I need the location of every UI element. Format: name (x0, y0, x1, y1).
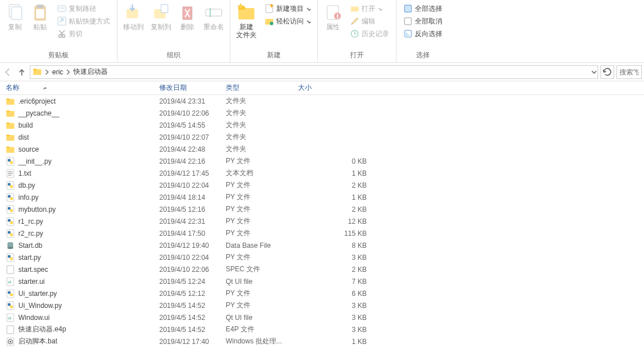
file-type-cell: 文件夹 (220, 144, 292, 154)
copy-path-button[interactable]: 复制路径 (55, 2, 112, 15)
file-type-cell: 文件夹 (220, 120, 292, 130)
file-row[interactable]: mybutton.py2019/4/5 12:16PY 文件2 KB (0, 203, 644, 215)
file-row[interactable]: build2019/4/5 14:55文件夹 (0, 119, 644, 131)
file-size-cell: 1 KB (292, 338, 378, 346)
file-name-label: Window.ui (18, 314, 50, 322)
easy-access-icon (265, 17, 274, 26)
ribbon-group-clipboard: 复制 粘贴 复制路径 粘贴快捷方式 剪切 剪 (0, 0, 117, 62)
move-to-button[interactable]: 移动到 (120, 1, 147, 31)
file-type-cell: Windows 批处理... (220, 337, 292, 346)
properties-button[interactable]: 属性 (320, 1, 345, 31)
breadcrumb-item[interactable]: eric (50, 66, 65, 78)
file-size-cell: 3 KB (292, 254, 378, 262)
file-type-cell: PY 文件 (220, 252, 292, 262)
file-name-label: Ui_Window.py (18, 302, 62, 310)
refresh-button[interactable] (600, 65, 614, 79)
file-row[interactable]: info.py2019/4/4 18:14PY 文件1 KB (0, 191, 644, 203)
file-size-cell: 2 KB (292, 205, 378, 213)
file-row[interactable]: start.py2019/4/10 22:04PY 文件3 KB (0, 251, 644, 263)
breadcrumb[interactable]: eric 快速启动器 (30, 65, 598, 79)
copy-label: 复制 (8, 23, 22, 31)
edit-button[interactable]: 编辑 (348, 15, 391, 27)
search-box[interactable] (616, 65, 642, 79)
file-name-cell: __pycache__ (0, 109, 154, 118)
file-name-label: 快速启动器.e4p (18, 325, 66, 334)
file-name-label: source (18, 145, 39, 153)
copy-to-label: 复制到 (151, 23, 171, 31)
file-size-cell: 1 KB (292, 193, 378, 201)
select-all-button[interactable]: 全部选择 (401, 2, 445, 15)
file-type-cell: PY 文件 (220, 300, 292, 310)
file-row[interactable]: Ui_starter.py2019/4/5 12:12PY 文件6 KB (0, 287, 644, 299)
file-name-cell: start.spec (0, 265, 154, 274)
file-row[interactable]: 快速启动器.e4p2019/4/5 14:52E4P 文件3 KB (0, 323, 644, 335)
file-icon (6, 325, 15, 334)
organize-group-label: 组织 (120, 49, 227, 62)
file-size-cell: 3 KB (292, 326, 378, 334)
history-button[interactable]: 历史记录 (348, 27, 391, 40)
new-folder-button[interactable]: 新建 文件夹 (233, 1, 260, 39)
file-row[interactable]: 1.txt2019/4/12 17:45文本文档1 KB (0, 167, 644, 179)
file-name-label: start.spec (18, 266, 48, 274)
folder-icon (6, 121, 15, 130)
py-icon (6, 181, 15, 190)
chevron-right-icon[interactable] (44, 66, 50, 78)
file-row[interactable]: db.py2019/4/10 22:04PY 文件2 KB (0, 179, 644, 191)
file-size-cell: 3 KB (292, 314, 378, 322)
cut-button[interactable]: 剪切 (55, 27, 112, 40)
breadcrumb-item[interactable]: 快速启动器 (71, 66, 110, 78)
file-name-cell: mybutton.py (0, 205, 154, 214)
column-header-date[interactable]: 修改日期 (154, 81, 220, 94)
file-row[interactable]: Window.ui2019/4/5 14:52Qt UI file3 KB (0, 311, 644, 323)
file-row[interactable]: start.spec2019/4/10 22:06SPEC 文件2 KB (0, 263, 644, 275)
delete-button[interactable]: 删除 (175, 1, 200, 31)
file-row[interactable]: r1_rc.py2019/4/4 22:31PY 文件12 KB (0, 215, 644, 227)
open-icon (350, 4, 359, 13)
file-row[interactable]: .eric6project2019/4/4 23:31文件夹 (0, 95, 644, 107)
copy-button[interactable]: 复制 (2, 1, 28, 31)
new-group-label: 新建 (233, 49, 315, 62)
file-name-cell: build (0, 121, 154, 130)
select-all-label: 全部选择 (415, 4, 442, 14)
select-none-button[interactable]: 全部取消 (401, 15, 445, 27)
py-icon (6, 157, 15, 166)
column-header-type[interactable]: 类型 (220, 81, 292, 94)
open-button[interactable]: 打开 (348, 2, 391, 15)
paste-shortcut-button[interactable]: 粘贴快捷方式 (55, 15, 112, 27)
file-row[interactable]: dist2019/4/10 22:07文件夹 (0, 131, 644, 143)
nav-back-button[interactable] (2, 66, 14, 78)
nav-up-button[interactable] (16, 66, 28, 78)
file-row[interactable]: Start.db2019/4/12 19:40Data Base File8 K… (0, 239, 644, 251)
file-size-cell: 1 KB (292, 169, 378, 177)
py-icon (6, 193, 15, 202)
column-header-name[interactable]: 名称 (0, 81, 154, 94)
file-name-cell: 1.txt (0, 169, 154, 178)
new-item-icon (265, 4, 274, 13)
rename-label: 重命名 (203, 23, 224, 31)
file-row[interactable]: source2019/4/4 22:48文件夹 (0, 143, 644, 155)
edit-icon (350, 17, 359, 26)
file-row[interactable]: starter.ui2019/4/5 12:24Qt UI file7 KB (0, 275, 644, 287)
file-list[interactable]: .eric6project2019/4/4 23:31文件夹__pycache_… (0, 95, 644, 356)
chevron-right-icon[interactable] (65, 66, 71, 78)
address-bar: eric 快速启动器 (0, 63, 644, 81)
file-type-cell: E4P 文件 (220, 325, 292, 334)
paste-button[interactable]: 粘贴 (28, 1, 53, 31)
file-row[interactable]: Ui_Window.py2019/4/5 14:52PY 文件3 KB (0, 299, 644, 311)
copy-to-button[interactable]: 复制到 (147, 1, 175, 31)
file-row[interactable]: __init__.py2019/4/4 22:16PY 文件0 KB (0, 155, 644, 167)
search-input[interactable] (619, 68, 639, 76)
file-row[interactable]: __pycache__2019/4/10 22:06文件夹 (0, 107, 644, 119)
cut-icon (57, 29, 66, 38)
column-header-size[interactable]: 大小 (292, 81, 378, 94)
select-group-label: 选择 (399, 49, 447, 62)
invert-selection-button[interactable]: 反向选择 (401, 27, 445, 40)
file-row[interactable]: 启动脚本.bat2019/4/12 17:40Windows 批处理...1 K… (0, 335, 644, 347)
address-dropdown-button[interactable] (591, 66, 596, 78)
easy-access-button[interactable]: 轻松访问 (262, 15, 313, 27)
new-item-button[interactable]: 新建项目 (262, 2, 313, 15)
file-row[interactable]: r2_rc.py2019/4/4 17:50PY 文件115 KB (0, 227, 644, 239)
rename-button[interactable]: 重命名 (200, 1, 227, 31)
db-icon (6, 241, 15, 250)
file-name-label: build (18, 121, 33, 129)
